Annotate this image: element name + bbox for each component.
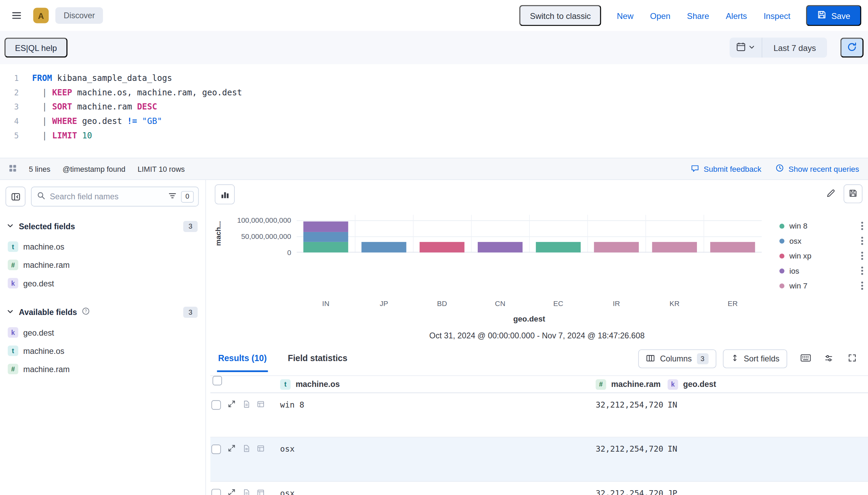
bar-segment-osx-IN[interactable] — [303, 232, 348, 242]
header-nav: NewOpenShareAlertsInspect — [617, 11, 790, 20]
nav-link-share[interactable]: Share — [687, 11, 709, 20]
bar-segment-win-7-ER[interactable] — [710, 242, 755, 252]
histogram-chart[interactable]: mach... 100,000,000,00050,000,000,0000 w… — [206, 215, 868, 296]
field-item-geo.dest[interactable]: kgeo.dest — [6, 323, 199, 341]
selected-fields-header[interactable]: Selected fields 3 — [6, 220, 199, 233]
keyboard-icon — [800, 354, 811, 364]
field-item-geo.dest[interactable]: kgeo.dest — [6, 274, 199, 292]
nav-link-open[interactable]: Open — [650, 11, 670, 20]
expand-row-icon[interactable] — [227, 444, 236, 455]
collapse-sidebar-button[interactable] — [6, 187, 25, 207]
code-line[interactable]: 4 | WHERE geo.dest != "GB" — [0, 114, 868, 128]
save-button[interactable]: Save — [806, 5, 861, 26]
filter-icon[interactable] — [168, 191, 177, 202]
columns-button[interactable]: Columns 3 — [638, 349, 716, 368]
line-number: 1 — [0, 71, 19, 85]
column-header-machine.ram[interactable]: #machine.ram — [591, 379, 663, 390]
legend-actions-icon[interactable] — [861, 281, 864, 290]
chart-type-button[interactable] — [215, 185, 235, 204]
table-row: osx32,212,254,720JP — [210, 482, 868, 495]
field-item-machine.os[interactable]: tmachine.os — [6, 238, 199, 256]
bar-segment-ios-CN[interactable] — [478, 242, 522, 252]
bar-segment-win-8-IN[interactable] — [303, 242, 348, 252]
space-avatar[interactable]: A — [33, 8, 49, 23]
y-tick-label: 0 — [287, 248, 291, 256]
esql-editor[interactable]: 1FROM kibana_sample_data_logs2 | KEEP ma… — [0, 64, 868, 158]
expand-row-icon[interactable] — [227, 488, 236, 495]
refresh-query-button[interactable] — [840, 38, 864, 57]
bar-segment-win-7-IR[interactable] — [594, 242, 639, 252]
legend-actions-icon[interactable] — [861, 236, 864, 245]
results-tabs-row: Results (10) Field statistics Columns 3 — [206, 349, 868, 372]
kibana-discover-app: A Discover Switch to classic NewOpenShar… — [0, 0, 868, 495]
select-all-checkbox[interactable] — [213, 376, 222, 385]
legend-actions-icon[interactable] — [861, 266, 864, 275]
row-checkbox[interactable] — [211, 400, 221, 410]
field-item-machine.ram[interactable]: #machine.ram — [6, 256, 199, 274]
bar-segment-win-8-EC[interactable] — [536, 242, 581, 252]
switch-to-classic-button[interactable]: Switch to classic — [519, 5, 601, 26]
nav-link-new[interactable]: New — [617, 11, 633, 20]
submit-feedback-link[interactable]: Submit feedback — [691, 164, 761, 174]
tab-results[interactable]: Results (10) — [217, 349, 268, 372]
legend-item-win-xp[interactable]: win xp — [780, 251, 864, 260]
fullscreen-button[interactable] — [843, 349, 861, 368]
header-controls-cell — [210, 376, 276, 385]
view-document-icon[interactable] — [242, 488, 250, 495]
tab-field-statistics[interactable]: Field statistics — [287, 349, 349, 372]
lines-count: 5 lines — [29, 165, 51, 173]
legend-actions-icon[interactable] — [861, 251, 864, 260]
expand-row-icon[interactable] — [227, 400, 236, 410]
bar-segment-ios-IN[interactable] — [303, 221, 348, 232]
gridline — [413, 215, 414, 252]
view-document-icon[interactable] — [242, 400, 250, 410]
legend-item-ios[interactable]: ios — [780, 266, 864, 275]
table-row: osx32,212,254,720IN — [210, 438, 868, 482]
code-line[interactable]: 3 | SORT machine.ram DESC — [0, 100, 868, 114]
view-in-table-icon[interactable] — [257, 400, 265, 410]
limit-note: LIMIT 10 rows — [138, 165, 185, 173]
column-header-machine.os[interactable]: tmachine.os — [276, 379, 591, 390]
sort-fields-button[interactable]: Sort fields — [723, 349, 787, 368]
cell-machine.ram: 32,212,254,720 — [591, 393, 663, 409]
view-document-icon[interactable] — [242, 444, 250, 454]
breadcrumb[interactable]: Discover — [55, 7, 103, 24]
recent-queries-link[interactable]: Show recent queries — [776, 164, 859, 174]
view-in-table-icon[interactable] — [257, 444, 265, 454]
edit-visualization-button[interactable] — [822, 185, 840, 203]
available-fields-header[interactable]: Available fields ? 3 — [6, 306, 199, 319]
legend-item-win-7[interactable]: win 7 — [780, 281, 864, 290]
code-line[interactable]: 2 | KEEP machine.os, machine.ram, geo.de… — [0, 85, 868, 100]
keyboard-shortcuts-button[interactable] — [796, 349, 815, 368]
column-header-geo.dest[interactable]: kgeo.dest — [663, 379, 868, 390]
save-visualization-button[interactable] — [844, 185, 862, 203]
gridline — [471, 215, 472, 252]
legend-item-osx[interactable]: osx — [780, 236, 864, 245]
esql-help-button[interactable]: ES|QL help — [4, 38, 67, 57]
menu-icon[interactable] — [7, 6, 27, 25]
date-quick-select-button[interactable] — [730, 38, 762, 57]
time-range-value[interactable]: Last 7 days — [762, 38, 827, 57]
bar-segment-win-7-KR[interactable] — [652, 242, 697, 252]
view-in-table-icon[interactable] — [257, 488, 265, 495]
nav-link-inspect[interactable]: Inspect — [764, 11, 791, 20]
editor-footer: 5 lines @timestamp found LIMIT 10 rows S… — [0, 158, 868, 180]
bar-segment-win-xp-BD[interactable] — [420, 242, 464, 252]
help-icon[interactable]: ? — [82, 307, 90, 317]
code-line[interactable]: 5 | LIMIT 10 — [0, 128, 868, 143]
field-item-machine.os[interactable]: tmachine.os — [6, 341, 199, 360]
row-checkbox[interactable] — [211, 489, 221, 495]
nav-link-alerts[interactable]: Alerts — [726, 11, 747, 20]
code-line[interactable]: 1FROM kibana_sample_data_logs — [0, 71, 868, 85]
legend-actions-icon[interactable] — [861, 221, 864, 230]
legend-label: win xp — [790, 251, 812, 260]
line-number: 3 — [0, 100, 19, 114]
bar-segment-osx-JP[interactable] — [361, 242, 406, 252]
legend-item-win-8[interactable]: win 8 — [780, 221, 864, 230]
field-item-machine.ram[interactable]: #machine.ram — [6, 360, 199, 378]
keyword-type-icon: k — [8, 278, 19, 288]
row-checkbox[interactable] — [211, 445, 221, 454]
legend-label: ios — [790, 266, 800, 275]
search-field-names-input[interactable] — [50, 192, 164, 201]
display-options-button[interactable] — [819, 349, 838, 368]
